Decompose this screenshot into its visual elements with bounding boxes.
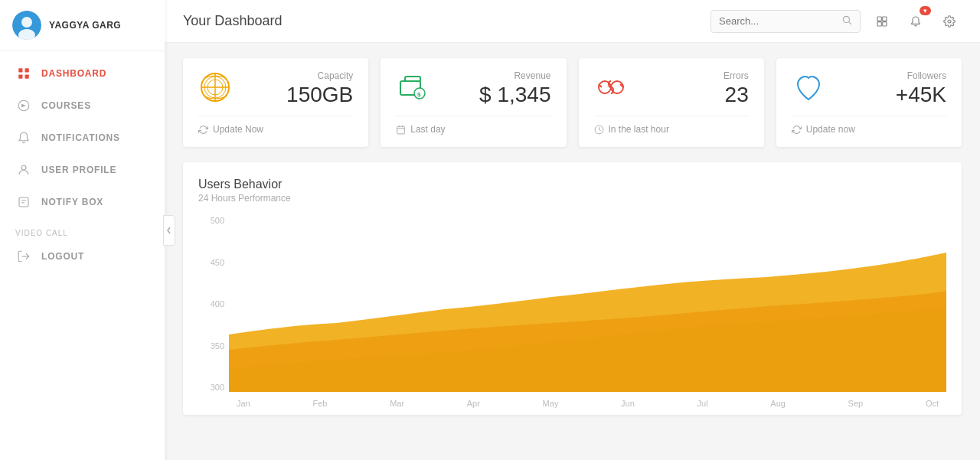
sidebar-nav: DASHBOARD COURSES NOTIFICATIONS	[0, 51, 165, 460]
capacity-label: Capacity	[286, 70, 353, 81]
revenue-icon: $	[396, 70, 430, 111]
y-label-400: 400	[211, 299, 224, 308]
svg-point-11	[843, 16, 849, 22]
x-label-aug: Aug	[770, 399, 786, 408]
sidebar: YAGGYA GARG DASHBOARD COUR	[0, 0, 165, 460]
x-label-may: May	[543, 399, 559, 408]
settings-button[interactable]	[937, 9, 962, 34]
capacity-value: 150GB	[286, 83, 353, 107]
logout-icon	[15, 250, 32, 263]
y-label-450: 450	[211, 258, 224, 267]
grid-view-button[interactable]	[870, 9, 894, 34]
sidebar-item-logout[interactable]: LOGOUT	[0, 240, 165, 272]
search-bar[interactable]	[710, 10, 861, 33]
section-video-call: VIDEO CALL	[0, 218, 165, 240]
header-icons: ▾	[870, 9, 962, 34]
errors-footer: In the last hour	[594, 116, 749, 135]
svg-point-1	[21, 17, 32, 28]
notifications-icon	[15, 131, 32, 145]
username-label: YAGGYA GARG	[49, 20, 121, 31]
user-profile-icon	[15, 163, 32, 177]
sidebar-collapse-toggle[interactable]	[163, 215, 175, 246]
sidebar-item-label-courses: COURSES	[41, 100, 91, 111]
svg-rect-15	[877, 21, 881, 25]
svg-rect-4	[25, 68, 29, 72]
sidebar-item-label-user-profile: USER PROFILE	[41, 165, 116, 175]
svg-point-17	[948, 20, 951, 23]
followers-footer-text: Update now	[806, 124, 855, 135]
y-label-350: 350	[211, 341, 224, 351]
sidebar-item-notify-box[interactable]: NOTIFY BOX	[0, 186, 165, 218]
followers-icon	[792, 70, 825, 111]
main-content: Your Dashboard ▾	[165, 0, 980, 460]
search-icon[interactable]	[841, 15, 852, 28]
svg-rect-6	[25, 75, 29, 79]
capacity-footer: Update Now	[198, 116, 353, 135]
revenue-footer: Last day	[396, 116, 550, 135]
x-label-oct: Oct	[926, 399, 939, 408]
x-label-feb: Feb	[312, 399, 327, 408]
sidebar-item-courses[interactable]: COURSES	[0, 90, 165, 122]
x-label-jun: Jun	[621, 399, 635, 408]
svg-rect-26	[397, 126, 405, 134]
followers-label: Followers	[896, 70, 946, 81]
followers-footer: Update now	[792, 116, 946, 135]
followers-value: +45K	[896, 83, 946, 107]
x-label-sep: Sep	[848, 399, 864, 408]
x-label-mar: Mar	[390, 399, 404, 408]
sidebar-item-label-dashboard: DASHBOARD	[41, 68, 106, 79]
sidebar-item-label-logout: LOGOUT	[41, 251, 84, 262]
revenue-footer-text: Last day	[410, 124, 445, 135]
errors-icon	[594, 70, 628, 111]
svg-rect-5	[18, 75, 22, 79]
sidebar-item-label-notifications: NOTIFICATIONS	[41, 132, 120, 143]
search-input[interactable]	[719, 15, 841, 27]
svg-text:$: $	[417, 91, 421, 98]
stat-card-capacity: Capacity 150GB Update Now	[183, 58, 368, 147]
errors-value: 23	[724, 83, 749, 107]
content-area: Capacity 150GB Update Now	[165, 43, 980, 460]
notifications-badge: ▾	[920, 6, 931, 15]
y-label-300: 300	[211, 383, 224, 392]
stat-card-revenue: $ Revenue $ 1,345 Last day	[381, 58, 566, 147]
svg-rect-3	[18, 68, 22, 72]
sidebar-item-dashboard[interactable]: DASHBOARD	[0, 57, 165, 90]
capacity-icon	[198, 70, 232, 111]
notifications-bell-button[interactable]: ▾	[903, 9, 928, 34]
chart-subtitle: 24 Hours Performance	[198, 193, 946, 204]
notify-box-icon	[15, 195, 32, 209]
capacity-footer-text: Update Now	[213, 124, 263, 135]
y-axis: 500 450 400 350 300	[198, 216, 229, 392]
svg-rect-9	[19, 197, 28, 207]
x-label-apr: Apr	[467, 399, 480, 408]
svg-rect-13	[877, 17, 881, 21]
chart-container: 500 450 400 350 300	[198, 216, 946, 415]
errors-label: Errors	[724, 70, 749, 81]
x-axis: Jan Feb Mar Apr May Jun Jul Aug Sep Oct	[229, 392, 946, 415]
sidebar-item-notifications[interactable]: NOTIFICATIONS	[0, 122, 165, 154]
chart-section: Users Behavior 24 Hours Performance 500 …	[183, 162, 962, 415]
svg-rect-16	[883, 21, 887, 25]
y-label-500: 500	[211, 216, 224, 225]
svg-point-8	[21, 165, 26, 170]
revenue-label: Revenue	[479, 70, 550, 81]
stat-card-errors: Errors 23 In the last hour	[579, 58, 764, 147]
header: Your Dashboard ▾	[165, 0, 980, 43]
sidebar-item-user-profile[interactable]: USER PROFILE	[0, 154, 165, 186]
courses-icon	[15, 99, 32, 113]
stat-card-followers: Followers +45K Update now	[776, 58, 962, 147]
sidebar-header: YAGGYA GARG	[0, 0, 165, 51]
sidebar-item-label-notify-box: NOTIFY BOX	[41, 197, 103, 207]
chart-area	[229, 216, 946, 392]
stats-row: Capacity 150GB Update Now	[183, 58, 962, 147]
page-title: Your Dashboard	[183, 13, 710, 29]
revenue-value: $ 1,345	[479, 83, 550, 107]
x-label-jan: Jan	[237, 399, 250, 408]
svg-line-12	[849, 21, 851, 24]
errors-footer-text: In the last hour	[609, 124, 669, 135]
avatar	[12, 11, 41, 40]
svg-rect-14	[883, 17, 887, 21]
x-label-jul: Jul	[697, 399, 708, 408]
dashboard-icon	[15, 67, 32, 80]
chart-title: Users Behavior	[198, 178, 946, 191]
